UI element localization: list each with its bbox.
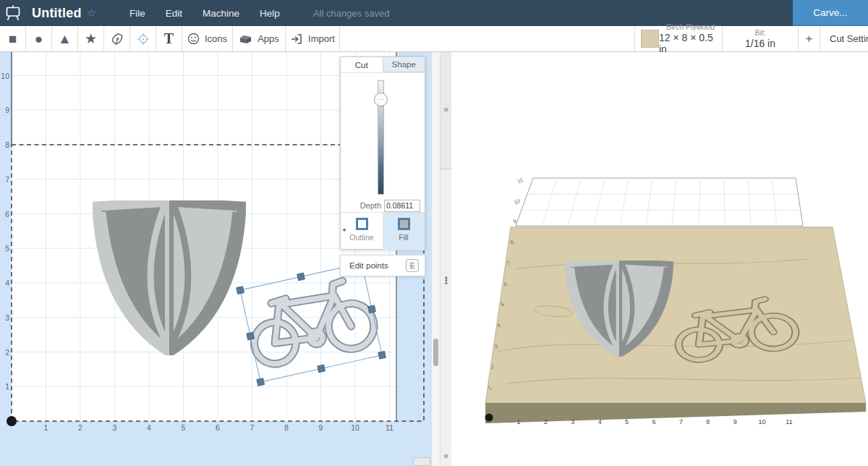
circle-tool[interactable]: ● bbox=[26, 26, 52, 51]
depth-label: Depth bbox=[341, 201, 381, 210]
pen-icon bbox=[109, 31, 125, 47]
save-status: All changes saved bbox=[313, 8, 390, 19]
edit-points-shortcut-key: E bbox=[406, 259, 419, 272]
origin-dot[interactable] bbox=[7, 416, 17, 426]
apps-label: Apps bbox=[258, 33, 279, 44]
icons-library-button[interactable]: Icons bbox=[182, 26, 233, 51]
add-bit-button[interactable]: + bbox=[798, 26, 820, 51]
fill-mode-button[interactable]: Fill bbox=[383, 213, 425, 250]
outline-mode-icon bbox=[356, 218, 368, 230]
plywood-board-top bbox=[485, 227, 866, 403]
square-icon: ■ bbox=[9, 32, 17, 46]
triangle-icon: ▲ bbox=[58, 32, 72, 46]
import-button[interactable]: Import bbox=[286, 26, 340, 51]
preview-3d-svg bbox=[451, 52, 868, 466]
circle-icon: ● bbox=[35, 32, 43, 46]
material-name: Birch Plywood bbox=[666, 22, 715, 31]
outline-label: Outline bbox=[349, 233, 373, 242]
expand-left-icon[interactable]: « bbox=[441, 450, 451, 461]
brick-icon bbox=[239, 33, 252, 45]
star-tool[interactable]: ★ bbox=[78, 26, 104, 51]
bed-grid-plane bbox=[516, 178, 803, 226]
depth-slider-handle[interactable]: ··· bbox=[374, 93, 388, 106]
import-label: Import bbox=[308, 33, 335, 44]
collapse-arrow-icon[interactable]: ◂ bbox=[342, 226, 346, 233]
text-tool-icon: T bbox=[164, 30, 174, 47]
bit-value: 1/16 in bbox=[745, 38, 775, 49]
apps-button[interactable]: Apps bbox=[233, 26, 286, 51]
fill-mode-icon bbox=[398, 218, 410, 230]
tab-cut[interactable]: Cut bbox=[341, 57, 383, 72]
pen-tool[interactable] bbox=[104, 26, 130, 51]
carve-button[interactable]: Carve... bbox=[793, 0, 868, 26]
star-icon: ★ bbox=[85, 32, 97, 46]
favorite-star-icon[interactable]: ☆ bbox=[87, 7, 96, 20]
panel-divider[interactable]: » ⋮ « bbox=[440, 52, 451, 466]
depth-input[interactable] bbox=[384, 200, 420, 212]
tab-shape[interactable]: Shape bbox=[383, 57, 425, 72]
text-tool[interactable]: T bbox=[156, 26, 182, 51]
divider-grip-icon[interactable]: ⋮ bbox=[441, 275, 451, 286]
origin-crosshair-icon bbox=[137, 33, 150, 46]
fill-label: Fill bbox=[399, 233, 408, 242]
canvas-vertical-scrollbar[interactable] bbox=[431, 52, 440, 466]
cut-shape-panel: Cut Shape ··· Depth ◂ Outline Fill bbox=[340, 56, 425, 250]
app-header: Untitled ☆ File Edit Machine Help All ch… bbox=[0, 0, 868, 26]
preview-origin-dot bbox=[485, 414, 493, 422]
icons-label: Icons bbox=[205, 33, 227, 44]
triangle-tool[interactable]: ▲ bbox=[52, 26, 78, 51]
menu-edit[interactable]: Edit bbox=[166, 8, 182, 19]
bit-label: Bit: bbox=[754, 28, 765, 37]
import-icon bbox=[290, 33, 303, 46]
menu-file[interactable]: File bbox=[129, 8, 145, 19]
easel-logo-icon[interactable] bbox=[0, 0, 26, 26]
material-swatch bbox=[641, 30, 659, 48]
cut-settings-button[interactable]: Cut Settings bbox=[820, 26, 868, 51]
origin-tool[interactable] bbox=[130, 26, 156, 51]
edit-points-label: Edit points bbox=[349, 261, 406, 270]
outline-mode-button[interactable]: Outline bbox=[341, 213, 383, 250]
preview-3d-panel[interactable] bbox=[451, 52, 868, 466]
menu-machine[interactable]: Machine bbox=[203, 8, 239, 19]
plywood-board-side bbox=[485, 403, 866, 423]
scrollbar-thumb[interactable] bbox=[433, 339, 438, 366]
edit-points-bar[interactable]: Edit points E bbox=[340, 255, 425, 276]
smiley-icon bbox=[187, 33, 200, 45]
square-tool[interactable]: ■ bbox=[0, 26, 26, 51]
menu-help[interactable]: Help bbox=[260, 8, 280, 19]
shape-toolbar: ■ ● ▲ ★ T Icons bbox=[0, 26, 868, 52]
expand-right-icon[interactable]: » bbox=[441, 103, 451, 114]
document-title[interactable]: Untitled bbox=[32, 6, 82, 21]
material-selector[interactable]: Birch Plywood 12 × 8 × 0.5 in bbox=[634, 26, 722, 51]
bit-selector[interactable]: Bit: 1/16 in bbox=[722, 26, 798, 51]
canvas-corner-widget[interactable] bbox=[413, 457, 430, 466]
